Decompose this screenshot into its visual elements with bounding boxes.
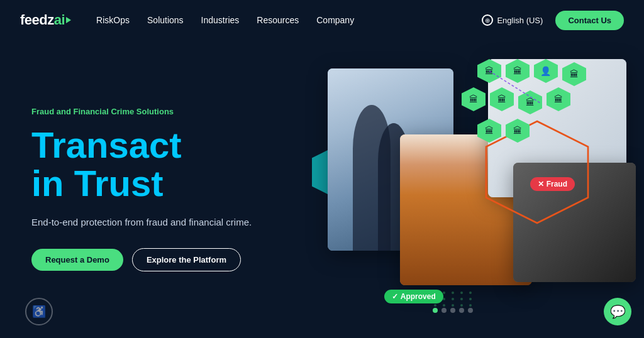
nav-item-resources[interactable]: Resources bbox=[257, 14, 299, 26]
chat-button[interactable]: 💬 bbox=[604, 298, 631, 325]
hero-title-line1: Transact bbox=[31, 124, 182, 165]
explore-platform-button[interactable]: Explore the Platform bbox=[132, 248, 241, 271]
dot-3[interactable] bbox=[450, 308, 455, 313]
dot-5[interactable] bbox=[468, 308, 473, 313]
nav-right: ⊕ English (US) Contact Us bbox=[482, 11, 624, 30]
dot-1[interactable] bbox=[433, 308, 438, 313]
logo-text-zai: ai bbox=[54, 12, 65, 28]
nav-item-company[interactable]: Company bbox=[316, 14, 354, 26]
hero-buttons: Request a Demo Explore the Platform bbox=[31, 248, 293, 271]
hero-subtitle: Fraud and Financial Crime Solutions bbox=[31, 107, 293, 116]
approved-label: Approved bbox=[401, 292, 436, 301]
slide-indicators bbox=[433, 308, 473, 313]
nav-item-riskops[interactable]: RiskOps bbox=[96, 14, 130, 26]
hero-content: Fraud and Financial Crime Solutions Tran… bbox=[31, 107, 293, 271]
logo-arrow-icon bbox=[66, 17, 71, 23]
language-label: English (US) bbox=[497, 16, 543, 25]
nav-links: RiskOps Solutions Industries Resources C… bbox=[96, 14, 354, 26]
hex-connector-line bbox=[443, 59, 556, 185]
contact-button[interactable]: Contact Us bbox=[555, 11, 624, 30]
chat-icon: 💬 bbox=[610, 304, 626, 319]
fraud-label: Fraud bbox=[547, 180, 567, 188]
nav-item-industries[interactable]: Industries bbox=[201, 14, 240, 26]
language-selector[interactable]: ⊕ English (US) bbox=[482, 14, 543, 26]
accessibility-icon: ♿ bbox=[32, 305, 46, 319]
approved-icon: ✓ bbox=[392, 292, 398, 301]
hero-visual: 🏛 🏛 👤 🏛 🏛 🏛 🏛 🏛 🏛 🏛 ✕ Fraud ✓ Approv bbox=[293, 40, 613, 338]
navbar: feedzai RiskOps Solutions Industries Res… bbox=[0, 0, 644, 40]
fraud-icon: ✕ bbox=[538, 180, 544, 188]
accessibility-button[interactable]: ♿ bbox=[25, 298, 53, 325]
globe-icon: ⊕ bbox=[482, 14, 493, 26]
hero-description: End-to-end protection from fraud and fin… bbox=[31, 215, 293, 230]
hero-section: Fraud and Financial Crime Solutions Tran… bbox=[0, 40, 644, 338]
svg-line-1 bbox=[489, 71, 540, 103]
hero-title-line2: in Trust bbox=[31, 163, 163, 204]
hex-icons-cluster: 🏛 🏛 👤 🏛 🏛 🏛 🏛 🏛 🏛 🏛 bbox=[443, 59, 556, 185]
nav-item-solutions[interactable]: Solutions bbox=[147, 14, 184, 26]
logo-text-feed: feedz bbox=[20, 12, 54, 28]
fraud-badge: ✕ Fraud bbox=[530, 177, 575, 191]
dot-4[interactable] bbox=[459, 308, 464, 313]
approved-badge: ✓ Approved bbox=[384, 290, 443, 303]
request-demo-button[interactable]: Request a Demo bbox=[31, 249, 123, 271]
logo[interactable]: feedzai bbox=[20, 12, 71, 28]
dot-2[interactable] bbox=[441, 308, 447, 313]
hero-title: Transact in Trust bbox=[31, 126, 293, 203]
